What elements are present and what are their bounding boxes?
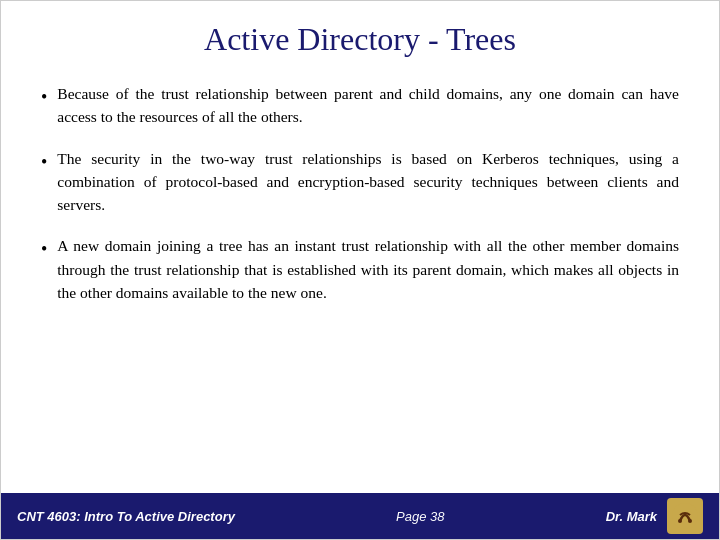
footer-page: Page 38 [396,509,444,524]
bullet-text-1: Because of the trust relationship betwee… [57,82,679,129]
footer-author: Dr. Mark [606,509,657,524]
svg-point-2 [688,519,692,523]
svg-point-1 [678,519,682,523]
list-item: • Because of the trust relationship betw… [41,82,679,129]
bullet-text-2: The security in the two-way trust relati… [57,147,679,217]
list-item: • The security in the two-way trust rela… [41,147,679,217]
slide-title: Active Directory - Trees [41,21,679,58]
footer-course: CNT 4603: Intro To Active Directory [17,509,235,524]
footer-right: Dr. Mark [606,498,703,534]
slide-body: Active Directory - Trees • Because of th… [1,1,719,493]
bullet-dot-2: • [41,149,47,176]
bullet-dot-3: • [41,236,47,263]
logo-icon [667,498,703,534]
bullet-dot-1: • [41,84,47,111]
bullet-text-3: A new domain joining a tree has an insta… [57,234,679,304]
bullet-list: • Because of the trust relationship betw… [41,82,679,304]
slide-footer: CNT 4603: Intro To Active Directory Page… [1,493,719,539]
list-item: • A new domain joining a tree has an ins… [41,234,679,304]
slide: Active Directory - Trees • Because of th… [0,0,720,540]
